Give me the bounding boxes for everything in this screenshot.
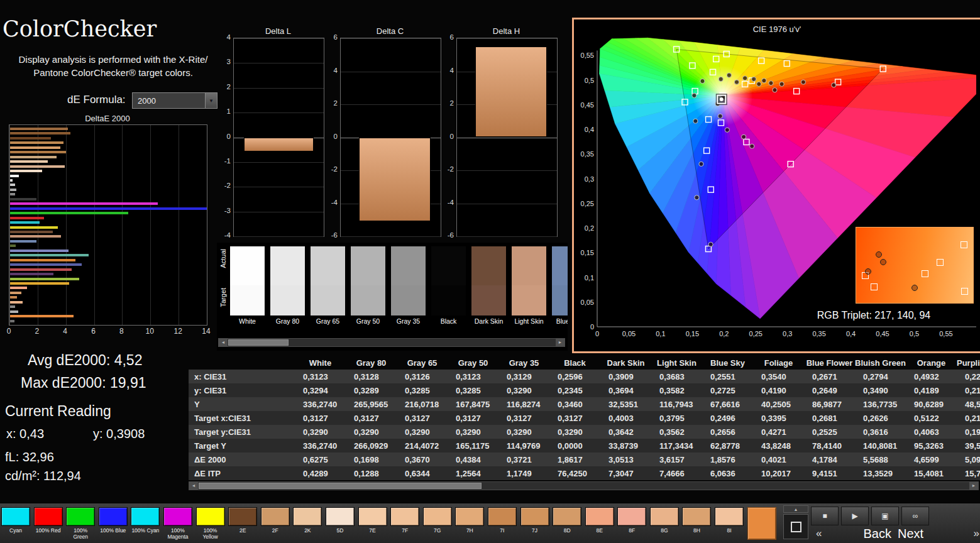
stop-button[interactable]: ■ bbox=[811, 507, 839, 525]
column-header: Blue Sky bbox=[702, 356, 753, 370]
deltae-bar bbox=[10, 226, 58, 229]
table-cell: 0,2649 bbox=[804, 383, 855, 397]
play-button[interactable]: ▶ bbox=[841, 507, 869, 525]
patch-color bbox=[423, 507, 452, 526]
table-cell: 0,3290 bbox=[397, 425, 448, 439]
table-row: x: CIE310,31230,31280,31260,31230,31290,… bbox=[189, 370, 980, 383]
table-cell: 13,3529 bbox=[855, 466, 906, 480]
deltae-bar bbox=[10, 146, 60, 149]
deltae-bar bbox=[10, 305, 15, 308]
deltae-bar bbox=[10, 221, 40, 224]
current-reading-label: Current Reading bbox=[5, 403, 111, 420]
deltae-bar bbox=[10, 141, 63, 144]
axis-tick-label: 2 bbox=[31, 327, 43, 336]
patch-100-blue[interactable]: 100% Blue bbox=[99, 507, 128, 534]
gridline bbox=[457, 204, 557, 204]
gridline bbox=[234, 212, 324, 212]
patch-7e[interactable]: 7E bbox=[358, 507, 387, 534]
table-cell: 0,2671 bbox=[804, 370, 855, 383]
scroll-left-icon[interactable]: ◄ bbox=[189, 482, 198, 490]
deltae-bar bbox=[10, 244, 16, 247]
de-formula-dropdown[interactable]: 2000 ▼ bbox=[132, 92, 217, 109]
column-header: Orange bbox=[906, 356, 957, 370]
patch-8f[interactable]: 8F bbox=[617, 507, 646, 534]
patch-color bbox=[163, 507, 192, 526]
patch-100-red[interactable]: 100% Red bbox=[34, 507, 63, 534]
deltae-bar bbox=[10, 170, 42, 172]
patch-color bbox=[585, 507, 614, 526]
swatch-gray-50: Gray 50 bbox=[351, 246, 385, 329]
scroll-right-icon[interactable]: ► bbox=[556, 339, 564, 346]
patch-7f[interactable]: 7F bbox=[390, 507, 419, 534]
patch-7g[interactable]: 7G bbox=[423, 507, 452, 534]
scroll-right-icon[interactable]: ► bbox=[969, 482, 978, 490]
swatch-label: Dark Skin bbox=[471, 315, 506, 329]
table-cell: 214,4072 bbox=[397, 439, 448, 452]
patch-color bbox=[715, 507, 744, 526]
measurement-marker bbox=[708, 242, 713, 246]
target-row-label: Target bbox=[219, 288, 227, 307]
table-cell: 0,3123 bbox=[295, 370, 346, 383]
column-header: Gray 80 bbox=[346, 356, 397, 370]
patch-8g[interactable]: 8G bbox=[650, 507, 679, 534]
next-button[interactable]: Next » bbox=[895, 525, 980, 542]
axis-tick-label: -6 bbox=[321, 231, 338, 239]
table-cell: 0,3721 bbox=[498, 452, 549, 466]
gridline bbox=[234, 112, 324, 113]
deltae-bar bbox=[10, 128, 68, 130]
patch-8h[interactable]: 8H bbox=[682, 507, 711, 534]
scrollbar-thumb[interactable] bbox=[199, 483, 482, 489]
deltae-bar bbox=[10, 198, 36, 200]
table-cell: 9,4151 bbox=[804, 466, 855, 480]
collapse-button[interactable]: ▲ bbox=[783, 505, 808, 513]
patch-100-magenta[interactable]: 100% Magenta bbox=[163, 507, 192, 540]
scrollbar-thumb[interactable] bbox=[228, 339, 289, 346]
table-scrollbar[interactable]: ◄ ► bbox=[189, 481, 979, 490]
patch-7i[interactable]: 7I bbox=[488, 507, 517, 534]
patch-7h[interactable]: 7H bbox=[455, 507, 484, 534]
loop-button[interactable]: ∞ bbox=[901, 507, 929, 525]
patch-cyan[interactable]: Cyan bbox=[1, 507, 30, 534]
patch-8i[interactable]: 8I bbox=[715, 507, 744, 534]
gridline bbox=[234, 162, 324, 163]
back-button[interactable]: « Back bbox=[812, 525, 895, 542]
measurement-marker bbox=[865, 268, 871, 275]
table-cell: 90,6289 bbox=[906, 397, 957, 411]
current-patch-button[interactable] bbox=[783, 514, 808, 539]
table-row: Target x:CIE310,31270,31270,31270,31270,… bbox=[189, 411, 980, 425]
patch-100-cyan[interactable]: 100% Cyan bbox=[131, 507, 160, 534]
table-cell: 0,2345 bbox=[549, 383, 600, 397]
patch-100-green[interactable]: 100% Green bbox=[66, 507, 95, 540]
swatch-actual-color bbox=[471, 246, 506, 285]
table-cell: 0,3694 bbox=[600, 383, 651, 397]
measurement-marker bbox=[742, 76, 747, 80]
table-cell: 0,4271 bbox=[753, 425, 804, 439]
gridline bbox=[457, 170, 557, 171]
patch-8j[interactable] bbox=[747, 507, 776, 540]
table-cell: 0,3126 bbox=[397, 370, 448, 383]
avg-de2000-value: Avg dE2000: 4,52 bbox=[28, 352, 142, 369]
table-cell: 336,2740 bbox=[295, 439, 346, 452]
patch-8e[interactable]: 8E bbox=[585, 507, 614, 534]
measurement-marker bbox=[876, 251, 882, 258]
patch-2k[interactable]: 2K bbox=[293, 507, 322, 534]
axis-tick-label: 6 bbox=[88, 327, 99, 336]
deltae-bar bbox=[10, 217, 44, 219]
patch-8d[interactable]: 8D bbox=[553, 507, 581, 534]
swatch-scrollbar[interactable]: ◄ ► bbox=[218, 338, 565, 347]
page-title: ColorChecker bbox=[3, 16, 157, 41]
scroll-left-icon[interactable]: ◄ bbox=[219, 339, 228, 346]
patch-7j[interactable]: 7J bbox=[520, 507, 549, 534]
gridline bbox=[341, 236, 441, 237]
swatch-actual-color bbox=[230, 246, 265, 285]
gridline bbox=[234, 63, 324, 63]
patch-100-yellow[interactable]: 100% Yellow bbox=[196, 507, 225, 540]
axis-tick-label: 4 bbox=[60, 327, 71, 336]
patch-2e[interactable]: 2E bbox=[228, 507, 257, 534]
patch-5d[interactable]: 5D bbox=[326, 507, 355, 534]
deltae-bar bbox=[10, 310, 18, 313]
patch-2f[interactable]: 2F bbox=[261, 507, 290, 534]
marker-button[interactable]: ▣ bbox=[871, 507, 899, 525]
patch-color bbox=[326, 507, 355, 526]
target-marker bbox=[922, 270, 928, 277]
